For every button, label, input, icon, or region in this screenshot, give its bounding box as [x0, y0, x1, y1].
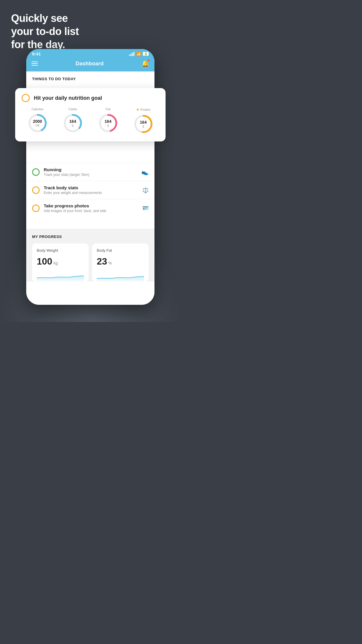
fat-donut: 164 g	[98, 113, 119, 134]
status-time: 9:41	[32, 51, 41, 56]
headline: Quickly see your to-do list for the day.	[11, 12, 79, 51]
signal-icon	[129, 52, 134, 56]
fat-label: Fat	[106, 107, 110, 111]
body-fat-unit: %	[108, 261, 112, 265]
body-fat-number: 23	[97, 256, 107, 267]
protein-unit: g	[140, 125, 147, 128]
nutrition-radio	[22, 94, 30, 102]
body-fat-chart	[97, 270, 144, 281]
carbs-item: Carbs 164 g	[62, 107, 83, 134]
notification-dot	[147, 59, 150, 62]
progress-cards: Body Weight 100 kg	[32, 244, 149, 281]
todo-sub-body-stats: Enter your weight and measurements	[44, 191, 138, 195]
carbs-label: Carbs	[68, 107, 77, 111]
wifi-icon: 📶	[136, 52, 141, 56]
todo-sub-running: Track your stats (target: 5km)	[44, 173, 137, 177]
nutrition-card-title-row: Hit your daily nutrition goal	[22, 94, 159, 102]
nutrition-grid: Calories 2000 cal Carbs	[22, 107, 159, 134]
todo-item-photos[interactable]: Take progress photos Add images of your …	[26, 199, 154, 217]
headline-line2: your to-do list	[11, 25, 79, 37]
nav-bar: Dashboard 🔔	[26, 57, 154, 71]
mid-spacer	[26, 217, 154, 229]
fat-item: Fat 164 g	[98, 107, 119, 134]
carbs-unit: g	[69, 124, 76, 127]
status-icons: 📶 🔋	[129, 52, 149, 56]
protein-label: Protein	[140, 108, 151, 111]
calories-value: 2000	[33, 119, 42, 124]
protein-donut: 164 g	[133, 113, 154, 134]
body-weight-label: Body Weight	[37, 248, 84, 253]
todo-sub-photos: Add images of your front, back, and side	[44, 209, 138, 213]
body-fat-value-row: 23 %	[97, 256, 144, 267]
phone-shell: 9:41 📶 🔋 Dashboard 🔔 THINGS TO DO TODAY	[26, 49, 154, 305]
headline-line3: for the day.	[11, 38, 65, 50]
todo-list: Running Track your stats (target: 5km) 👟…	[26, 163, 154, 217]
todo-title-running: Running	[44, 167, 137, 172]
nutrition-card: Hit your daily nutrition goal Calories 2…	[15, 88, 166, 141]
calories-label: Calories	[31, 107, 43, 111]
todo-item-running[interactable]: Running Track your stats (target: 5km) 👟	[26, 163, 154, 181]
hamburger-menu-icon[interactable]	[31, 62, 38, 66]
scale-icon: ⚖️	[142, 187, 149, 193]
battery-icon: 🔋	[143, 52, 149, 56]
headline-line1: Quickly see	[11, 12, 68, 24]
progress-section: MY PROGRESS Body Weight 100 kg	[26, 229, 154, 281]
todo-title-photos: Take progress photos	[44, 203, 138, 208]
calories-donut: 2000 cal	[27, 113, 48, 134]
carbs-donut: 164 g	[62, 113, 83, 134]
nutrition-card-title: Hit your daily nutrition goal	[34, 95, 102, 101]
body-weight-value-row: 100 kg	[37, 256, 84, 267]
body-weight-number: 100	[37, 256, 52, 267]
carbs-value: 164	[69, 119, 76, 124]
progress-header: MY PROGRESS	[32, 235, 149, 239]
protein-item: ★ Protein 164 g	[133, 107, 154, 134]
body-weight-card[interactable]: Body Weight 100 kg	[32, 244, 89, 281]
fat-value: 164	[105, 119, 111, 124]
body-weight-chart	[37, 270, 84, 281]
todo-radio-running	[32, 168, 40, 176]
body-fat-card[interactable]: Body Fat 23 %	[92, 244, 149, 281]
todo-item-body-stats[interactable]: Track body stats Enter your weight and m…	[26, 181, 154, 199]
protein-value: 164	[140, 120, 147, 125]
calories-item: Calories 2000 cal	[27, 107, 48, 134]
protein-label-row: ★ Protein	[136, 107, 151, 112]
todo-radio-body-stats	[32, 186, 40, 194]
star-icon: ★	[136, 107, 140, 112]
calories-unit: cal	[33, 124, 42, 127]
nav-title: Dashboard	[75, 61, 104, 67]
notification-bell-button[interactable]: 🔔	[141, 60, 149, 67]
todo-radio-photos	[32, 204, 40, 212]
running-icon: 👟	[141, 169, 149, 176]
status-bar: 9:41 📶 🔋	[26, 49, 154, 57]
fat-unit: g	[105, 124, 111, 127]
things-section-header: THINGS TO DO TODAY	[26, 71, 154, 84]
photo-icon: 🪪	[142, 205, 149, 211]
body-weight-unit: kg	[53, 261, 58, 265]
todo-title-body-stats: Track body stats	[44, 185, 138, 190]
body-fat-label: Body Fat	[97, 248, 144, 253]
